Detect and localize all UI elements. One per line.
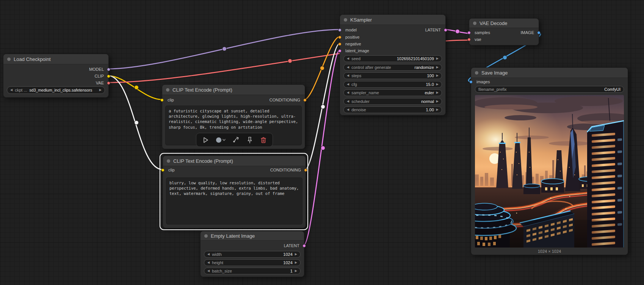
seed-widget[interactable]: ◀ seed 1026552101450109 ▶ [343,55,442,62]
prev-arrow-icon[interactable]: ◀ [207,268,210,274]
port-label-vae: VAE [96,80,104,86]
port-label-images: images [476,79,490,84]
widget-label: scheduler [351,98,370,105]
prev-arrow-icon[interactable]: ◀ [347,55,349,62]
port-label-clip: CLIP [95,73,104,79]
negative-input-port[interactable] [338,42,342,46]
next-arrow-icon[interactable]: ▶ [436,55,439,62]
clip-input-port[interactable] [161,168,165,172]
prev-arrow-icon[interactable]: ◀ [347,81,349,88]
next-arrow-icon[interactable]: ▶ [436,98,439,105]
next-arrow-icon[interactable]: ▶ [436,89,439,96]
width-widget[interactable]: ◀ width 1024 ▶ [204,251,301,258]
link-dot[interactable] [135,86,139,90]
filename-prefix-widget[interactable]: filename_prefix ComfyUI [475,86,624,93]
node-header[interactable]: CLIP Text Encode (Prompt) [162,85,305,95]
node-status-dot [344,18,347,22]
link-dot[interactable] [135,121,139,125]
port-label-model: MODEL [89,67,104,72]
link-dot[interactable] [503,56,507,60]
widget-value: 1024 [283,259,292,266]
latent-image-input-port[interactable] [338,49,342,53]
control-after-generate-widget[interactable]: ◀ control after generate randomize ▶ [343,64,442,71]
prev-arrow-icon[interactable]: ◀ [347,89,349,96]
bypass-node-button[interactable] [230,135,241,145]
node-header[interactable]: KSampler [340,15,445,25]
prev-arrow-icon[interactable]: ◀ [347,98,349,105]
link-dot[interactable] [320,66,324,70]
widget-value: 1 [290,268,293,274]
node-empty-latent-image[interactable]: Empty Latent Image LATENT ◀ width 1024 ▶… [200,231,304,277]
next-arrow-icon[interactable]: ▶ [295,251,297,258]
node-save-image[interactable]: Save Image images filename_prefix ComfyU… [471,67,628,255]
clip-output-port[interactable] [107,75,110,78]
node-load-checkpoint[interactable]: Load Checkpoint MODEL CLIP VAE ◀ ckpt ..… [3,54,109,98]
prev-arrow-icon[interactable]: ◀ [347,106,349,113]
prev-arrow-icon[interactable]: ◀ [347,72,349,79]
widget-label: width [212,251,222,258]
next-arrow-icon[interactable]: ▶ [436,64,439,71]
node-ksampler[interactable]: KSampler model positive negative latent_… [340,14,446,115]
run-node-button[interactable] [200,135,211,145]
widget-value: randomize [414,64,434,71]
pin-node-button[interactable] [244,135,255,145]
prev-arrow-icon[interactable]: ◀ [10,87,13,93]
sampler-name-widget[interactable]: ◀ sampler_name euler ▶ [343,89,442,96]
prev-arrow-icon[interactable]: ◀ [207,259,210,266]
ckpt-name-widget[interactable]: ◀ ckpt ... sd3_medium_incl_clips.safeten… [7,86,105,94]
next-arrow-icon[interactable]: ▶ [436,106,439,113]
steps-widget[interactable]: ◀ steps 100 ▶ [343,72,442,79]
latent-output-port[interactable] [302,244,306,248]
batch-size-widget[interactable]: ◀ batch_size 1 ▶ [204,268,301,274]
prev-arrow-icon[interactable]: ◀ [207,251,210,258]
next-arrow-icon[interactable]: ▶ [436,81,439,88]
delete-node-button[interactable] [258,135,269,145]
port-label-negative: negative [345,41,361,47]
image-output-port[interactable] [537,31,541,34]
node-title: Save Image [481,70,508,76]
vae-input-port[interactable] [467,38,471,41]
link-dot[interactable] [321,146,325,150]
model-output-port[interactable] [107,68,110,71]
node-header[interactable]: VAE Decode [469,19,539,28]
prev-arrow-icon[interactable]: ◀ [347,64,349,71]
scheduler-widget[interactable]: ◀ scheduler normal ▶ [343,98,442,105]
samples-input-port[interactable] [467,31,471,34]
widget-label: steps [351,72,361,79]
port-label-clip: clip [168,97,174,103]
next-arrow-icon[interactable]: ▶ [99,87,102,93]
node-title: CLIP Text Encode (Prompt) [173,158,233,164]
link-dot[interactable] [223,47,227,51]
next-arrow-icon[interactable]: ▶ [436,72,439,79]
model-input-port[interactable] [338,28,342,32]
vae-output-port[interactable] [107,81,110,85]
height-widget[interactable]: ◀ height 1024 ▶ [204,259,301,266]
clip-input-port[interactable] [160,98,164,102]
next-arrow-icon[interactable]: ▶ [295,259,297,266]
node-header[interactable]: Save Image [471,68,628,78]
node-header[interactable]: Load Checkpoint [3,54,108,64]
link-dot[interactable] [456,30,460,34]
prompt-textarea[interactable]: blurry, low quality, low resolution, dis… [166,178,302,224]
images-input-port[interactable] [469,80,473,84]
node-vae-decode[interactable]: VAE Decode samples vae IMAGE [469,18,539,45]
node-title: CLIP Text Encode (Prompt) [172,87,232,93]
node-color-button[interactable] [214,135,227,145]
denoise-widget[interactable]: ◀ denoise 1.00 ▶ [343,106,442,113]
conditioning-output-port[interactable] [304,168,307,172]
widget-value: 1024 [283,251,292,258]
link-dot[interactable] [321,105,325,109]
next-arrow-icon[interactable]: ▶ [295,268,297,274]
conditioning-output-port[interactable] [303,98,307,102]
node-graph-canvas[interactable]: Load Checkpoint MODEL CLIP VAE ◀ ckpt ..… [0,0,644,285]
latent-output-port[interactable] [444,28,447,32]
cfg-widget[interactable]: ◀ cfg 15.0 ▶ [343,81,442,88]
node-clip-text-encode-negative[interactable]: CLIP Text Encode (Prompt) clip CONDITION… [163,156,306,228]
node-header[interactable]: Empty Latent Image [201,231,304,241]
widget-label: ckpt ... [15,87,27,93]
node-header[interactable]: CLIP Text Encode (Prompt) [163,156,306,166]
positive-input-port[interactable] [338,36,342,39]
port-label-clip: clip [168,167,175,173]
link-dot[interactable] [288,59,292,63]
image-resolution-label: 1024 × 1024 [471,249,628,254]
